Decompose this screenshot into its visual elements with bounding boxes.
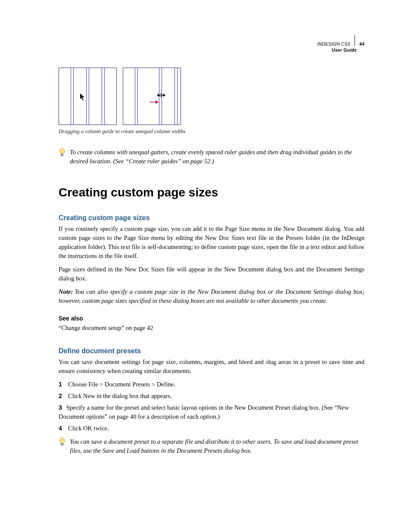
tip-text: You can save a document preset to a sepa… [70,437,364,455]
svg-rect-5 [61,443,63,445]
svg-point-2 [59,149,65,154]
product-name: INDESIGN CS3 [317,41,350,47]
step-2: 2 Click New in the dialog box that appea… [59,392,364,401]
step-number: 3 [59,403,65,412]
figure-panel-before [59,68,117,125]
tip-text: To create columns with unequal gutters, … [70,148,364,166]
note-label: Note: [59,288,73,295]
figure-panel-after [123,68,181,125]
figure-caption: Dragging a column guide to create unequa… [59,128,364,135]
body-paragraph: If you routinely specify a custom page s… [59,224,364,261]
header-subtitle: User Guide [317,47,357,53]
svg-rect-3 [61,154,63,156]
heading-1: Creating custom page sizes [59,186,364,199]
body-paragraph: Page sizes defined in the New Doc Sizes … [59,265,364,283]
heading-2-define: Define document presets [59,347,364,355]
step-text: Click OK twice. [68,424,364,433]
svg-point-4 [59,438,65,444]
tip-block-2: You can save a document preset to a sepa… [59,437,364,455]
note-paragraph: Note: You can also specify a custom page… [59,287,364,305]
lightbulb-icon [59,438,66,455]
step-number: 1 [59,380,65,389]
step-text: Specify a name for the preset and select… [59,404,349,420]
page-header: INDESIGN CS3 44 User Guide [317,35,364,53]
tip-block-1: To create columns with unequal gutters, … [59,148,364,166]
step-number: 2 [59,392,65,401]
heading-3-see-also: See also [59,315,364,322]
svg-rect-0 [161,93,162,97]
cursor-arrow-icon [80,93,86,103]
step-text: Click New in the dialog box that appears… [68,392,364,401]
resize-horizontal-icon [157,93,165,99]
header-divider [355,35,355,46]
step-1: 1 Choose File > Document Presets > Defin… [59,380,364,389]
body-paragraph: You can save document settings for page … [59,358,364,376]
drag-arrow-icon [149,100,157,104]
lightbulb-icon [59,148,66,166]
note-body: You can also specify a custom page size … [59,288,364,304]
step-3: 3 Specify a name for the preset and sele… [59,403,364,421]
step-4: 4 Click OK twice. [59,424,364,433]
step-number: 4 [59,424,65,433]
see-also-item: “Change document setup” on page 42 [59,324,364,333]
heading-2-creating: Creating custom page sizes [59,214,364,222]
step-text: Choose File > Document Presets > Define. [68,380,364,389]
figure-row [59,68,364,125]
page-number: 44 [359,41,364,47]
